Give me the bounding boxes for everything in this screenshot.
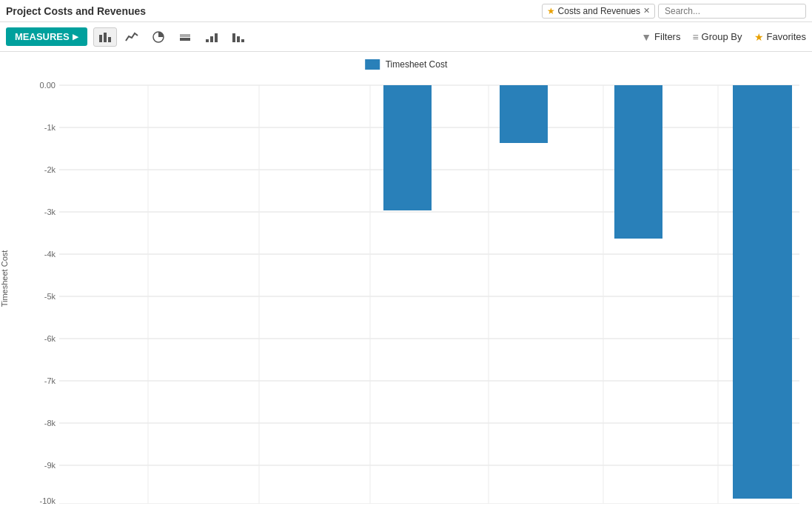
- favorites-star-icon: ★: [754, 31, 764, 43]
- svg-text:-1k: -1k: [44, 123, 56, 132]
- measures-label: MEASURES: [15, 31, 70, 42]
- chart-type-icons: [93, 27, 250, 47]
- measures-button[interactable]: MEASURES ▶: [6, 27, 87, 46]
- svg-text:-2k: -2k: [44, 165, 56, 174]
- svg-rect-8: [215, 33, 218, 42]
- svg-text:-4k: -4k: [44, 250, 56, 259]
- svg-rect-11: [241, 39, 244, 42]
- svg-rect-2: [108, 37, 111, 42]
- chart-container: Timesheet Cost Timesheet Cost 0.00 -1k -…: [0, 52, 812, 509]
- svg-text:-9k: -9k: [44, 461, 56, 470]
- bar-june-2021[interactable]: [733, 85, 792, 499]
- breadcrumb-label: Costs and Revenues: [558, 6, 640, 16]
- svg-text:-8k: -8k: [44, 419, 56, 428]
- legend-color-swatch: [365, 59, 380, 70]
- stacked-chart-icon: [178, 30, 192, 44]
- svg-rect-5: [180, 34, 190, 37]
- svg-rect-10: [237, 36, 240, 42]
- bar-chart-icon: [98, 30, 112, 44]
- sort-desc-icon: [232, 30, 245, 44]
- search-input[interactable]: [658, 4, 806, 19]
- svg-rect-0: [99, 35, 102, 42]
- svg-rect-1: [104, 33, 107, 42]
- chart-svg: 0.00 -1k -2k -3k -4k -5k -6k -7k -8k -9k…: [30, 78, 807, 504]
- bar-may-2021[interactable]: [614, 85, 662, 239]
- svg-rect-7: [210, 36, 213, 42]
- svg-rect-9: [232, 33, 235, 42]
- sort-desc-button[interactable]: [227, 27, 250, 47]
- stacked-chart-button[interactable]: [173, 27, 197, 47]
- pie-chart-button[interactable]: [147, 27, 170, 47]
- filter-icon: ▼: [641, 31, 651, 43]
- group-by-label: Group By: [702, 31, 742, 42]
- top-bar: Project Costs and Revenues ★ Costs and R…: [0, 0, 812, 22]
- group-by-button[interactable]: ≡ Group By: [692, 31, 742, 43]
- close-icon[interactable]: ✕: [643, 6, 650, 16]
- line-chart-icon: [125, 30, 138, 44]
- favorites-label: Favorites: [767, 31, 806, 42]
- chart-legend: Timesheet Cost: [365, 59, 448, 70]
- legend-label: Timesheet Cost: [386, 59, 448, 70]
- bar-february-2021[interactable]: [383, 85, 432, 210]
- bar-chart-button[interactable]: [93, 27, 117, 47]
- sort-asc-icon: [205, 30, 218, 44]
- y-axis-label: Timesheet Cost: [0, 250, 9, 307]
- svg-text:-7k: -7k: [44, 376, 56, 385]
- breadcrumb-tab[interactable]: ★ Costs and Revenues ✕: [542, 4, 655, 19]
- svg-text:-6k: -6k: [44, 334, 56, 343]
- sort-asc-button[interactable]: [200, 27, 224, 47]
- favorites-button[interactable]: ★ Favorites: [754, 31, 806, 43]
- svg-rect-4: [180, 38, 190, 41]
- filters-label: Filters: [654, 31, 680, 42]
- star-icon: ★: [547, 6, 555, 16]
- measures-arrow-icon: ▶: [73, 33, 78, 41]
- pie-chart-icon: [152, 30, 165, 44]
- bar-april-2021[interactable]: [500, 85, 548, 143]
- group-by-icon: ≡: [692, 31, 698, 43]
- svg-rect-6: [206, 39, 209, 42]
- page-title: Project Costs and Revenues: [6, 5, 542, 17]
- toolbar-right: ▼ Filters ≡ Group By ★ Favorites: [641, 31, 806, 43]
- filters-button[interactable]: ▼ Filters: [641, 31, 680, 43]
- svg-text:-5k: -5k: [44, 292, 56, 301]
- line-chart-button[interactable]: [120, 27, 144, 47]
- svg-text:0.00: 0.00: [40, 81, 56, 90]
- svg-text:-3k: -3k: [44, 207, 56, 216]
- toolbar: MEASURES ▶: [0, 22, 812, 52]
- svg-text:-10k: -10k: [40, 496, 56, 504]
